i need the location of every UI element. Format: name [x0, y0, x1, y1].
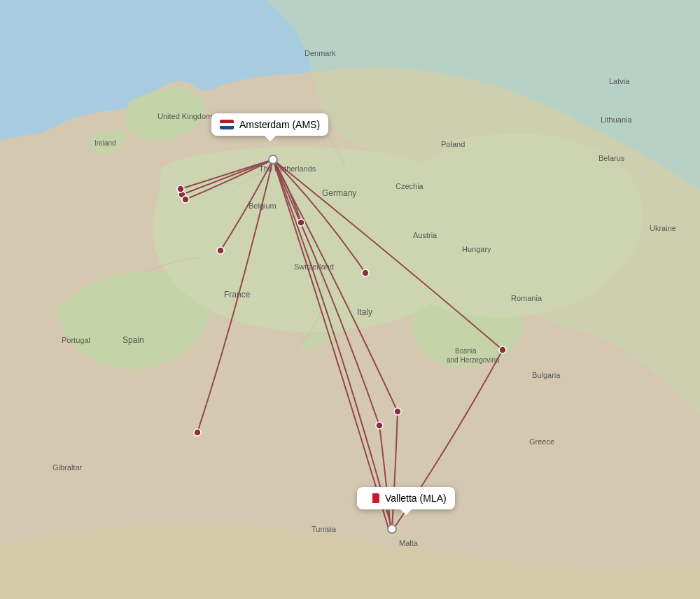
svg-text:Belarus: Belarus [598, 154, 625, 162]
svg-point-39 [388, 525, 396, 533]
svg-point-29 [182, 196, 189, 203]
map-container: United Kingdom Ireland France Spain Port… [0, 0, 700, 599]
map-svg: United Kingdom Ireland France Spain Port… [0, 0, 700, 599]
svg-text:Ireland: Ireland [94, 139, 116, 147]
svg-point-37 [194, 429, 201, 436]
svg-point-34 [394, 408, 401, 415]
svg-text:United Kingdom: United Kingdom [158, 112, 212, 120]
svg-point-33 [362, 269, 369, 276]
svg-text:Denmark: Denmark [304, 49, 336, 57]
svg-text:Hungary: Hungary [462, 245, 491, 253]
svg-text:Austria: Austria [413, 231, 438, 239]
svg-text:Bosnia: Bosnia [455, 347, 477, 355]
svg-point-31 [217, 247, 224, 254]
svg-point-35 [376, 422, 383, 429]
svg-point-30 [177, 185, 184, 192]
svg-text:Portugal: Portugal [62, 336, 90, 344]
svg-text:Poland: Poland [441, 140, 465, 148]
svg-text:Germany: Germany [322, 188, 356, 198]
svg-text:Lithuania: Lithuania [601, 115, 633, 124]
svg-point-38 [269, 155, 277, 164]
svg-text:Gibraltar: Gibraltar [52, 463, 83, 472]
svg-text:Greece: Greece [529, 437, 554, 446]
amsterdam-label: Amsterdam (AMS) [239, 119, 320, 130]
amsterdam-popup: Amsterdam (AMS) [211, 113, 328, 136]
svg-text:Ukraine: Ukraine [650, 224, 676, 232]
svg-text:and Herzegovina: and Herzegovina [447, 356, 500, 364]
svg-text:Italy: Italy [357, 307, 372, 317]
svg-text:Latvia: Latvia [609, 77, 630, 85]
svg-text:Spain: Spain [122, 335, 144, 345]
svg-text:Bulgaria: Bulgaria [532, 371, 561, 379]
svg-point-32 [298, 219, 304, 226]
svg-text:Malta: Malta [399, 539, 419, 547]
svg-point-36 [499, 346, 506, 353]
netherlands-flag [220, 120, 234, 129]
valletta-label: Valletta (MLA) [385, 493, 447, 504]
malta-flag [365, 493, 379, 503]
svg-text:Tunisia: Tunisia [312, 525, 337, 533]
svg-text:Czechia: Czechia [396, 182, 424, 190]
valletta-popup: Valletta (MLA) [357, 487, 455, 509]
svg-text:Romania: Romania [511, 294, 542, 302]
